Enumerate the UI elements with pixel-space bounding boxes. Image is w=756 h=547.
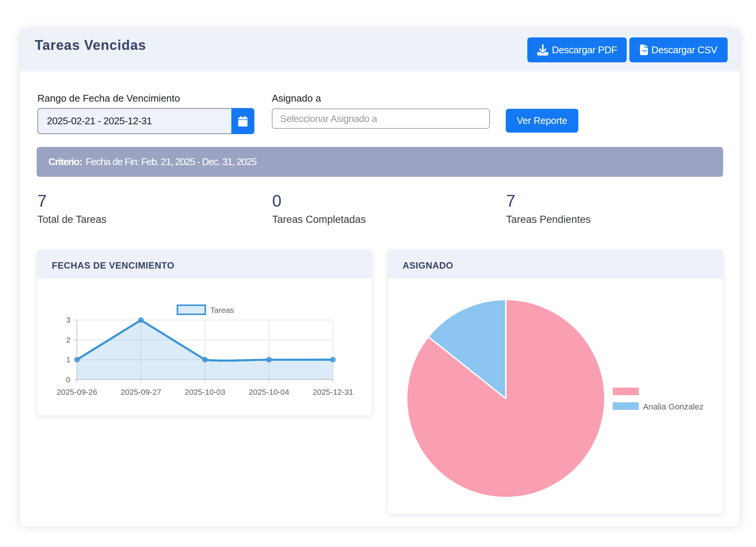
svg-text:2025-09-27: 2025-09-27	[121, 388, 161, 396]
svg-text:Tareas: Tareas	[210, 306, 234, 314]
svg-text:0: 0	[66, 375, 70, 384]
svg-text:csv: csv	[642, 49, 647, 53]
svg-text:Analia Gonzalez: Analia Gonzalez	[643, 402, 703, 411]
svg-text:2025-10-03: 2025-10-03	[184, 388, 225, 396]
svg-text:2: 2	[66, 336, 70, 344]
svg-text:1: 1	[66, 355, 70, 364]
svg-text:2025-09-26: 2025-09-26	[57, 388, 97, 396]
svg-text:2025-10-04: 2025-10-04	[249, 388, 290, 396]
svg-text:3: 3	[66, 316, 70, 324]
svg-text:2025-12-31: 2025-12-31	[313, 388, 353, 396]
